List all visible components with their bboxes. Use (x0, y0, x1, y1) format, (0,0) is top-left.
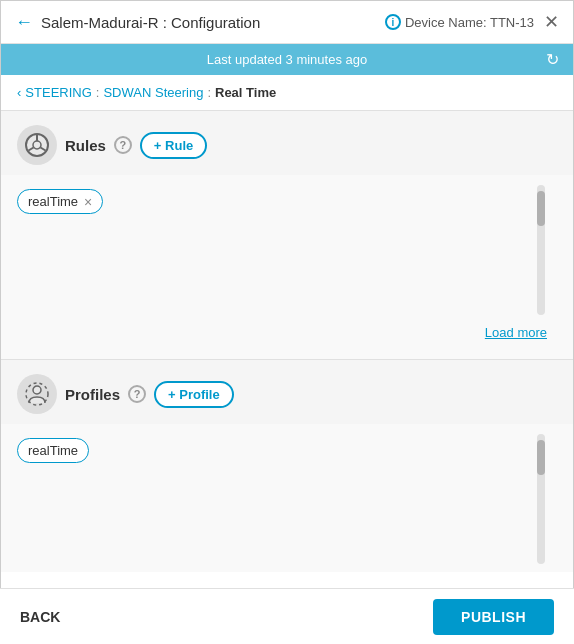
rule-tag-realtime: realTime × (17, 189, 103, 214)
breadcrumb-link-sdwan[interactable]: SDWAN Steering (103, 85, 203, 100)
close-icon[interactable]: ✕ (544, 11, 559, 33)
breadcrumb-sep2: : (207, 85, 211, 100)
header-left: ← Salem-Madurai-R : Configuration (15, 12, 260, 33)
header-right: i Device Name: TTN-13 ✕ (385, 11, 559, 33)
profiles-section: Profiles ? + Profile realTime Load more (1, 360, 573, 572)
breadcrumb-sep1: : (96, 85, 100, 100)
main-content: Rules ? + Rule realTime × Load more (1, 111, 573, 572)
profile-tag-realtime: realTime (17, 438, 89, 463)
add-profile-button[interactable]: + Profile (154, 381, 234, 408)
update-banner: Last updated 3 minutes ago ↻ (1, 44, 573, 75)
profiles-load-more: Load more (17, 564, 557, 572)
rule-tag-close-icon[interactable]: × (84, 195, 92, 209)
rules-section: Rules ? + Rule realTime × Load more (1, 111, 573, 360)
refresh-icon[interactable]: ↻ (546, 50, 559, 69)
rules-section-header: Rules ? + Rule (1, 111, 573, 175)
rules-icon (17, 125, 57, 165)
rules-load-more: Load more (17, 315, 557, 349)
profiles-section-body: realTime Load more (1, 424, 573, 572)
footer: BACK PUBLISH (0, 588, 574, 644)
info-icon: i (385, 14, 401, 30)
breadcrumb-link-steering[interactable]: STEERING (25, 85, 91, 100)
profiles-section-header: Profiles ? + Profile (1, 360, 573, 424)
back-button[interactable]: BACK (20, 609, 60, 625)
back-arrow-icon[interactable]: ← (15, 12, 33, 33)
banner-text: Last updated 3 minutes ago (207, 52, 367, 67)
svg-point-5 (33, 386, 41, 394)
rule-tag-label: realTime (28, 194, 78, 209)
profiles-title: Profiles (65, 386, 120, 403)
rules-load-more-link[interactable]: Load more (485, 325, 547, 340)
rules-title: Rules (65, 137, 106, 154)
breadcrumb-current: Real Time (215, 85, 276, 100)
profiles-icon (17, 374, 57, 414)
profiles-help-icon[interactable]: ? (128, 385, 146, 403)
svg-point-1 (33, 141, 41, 149)
breadcrumb: ‹ STEERING : SDWAN Steering : Real Time (1, 75, 573, 111)
publish-button[interactable]: PUBLISH (433, 599, 554, 635)
device-info: i Device Name: TTN-13 (385, 14, 534, 30)
device-name-label: Device Name: TTN-13 (405, 15, 534, 30)
rules-help-icon[interactable]: ? (114, 136, 132, 154)
header-title: Salem-Madurai-R : Configuration (41, 14, 260, 31)
rules-section-body: realTime × Load more (1, 175, 573, 359)
breadcrumb-back-icon[interactable]: ‹ (17, 85, 21, 100)
add-rule-button[interactable]: + Rule (140, 132, 207, 159)
header: ← Salem-Madurai-R : Configuration i Devi… (1, 1, 573, 44)
profile-tag-label: realTime (28, 443, 78, 458)
